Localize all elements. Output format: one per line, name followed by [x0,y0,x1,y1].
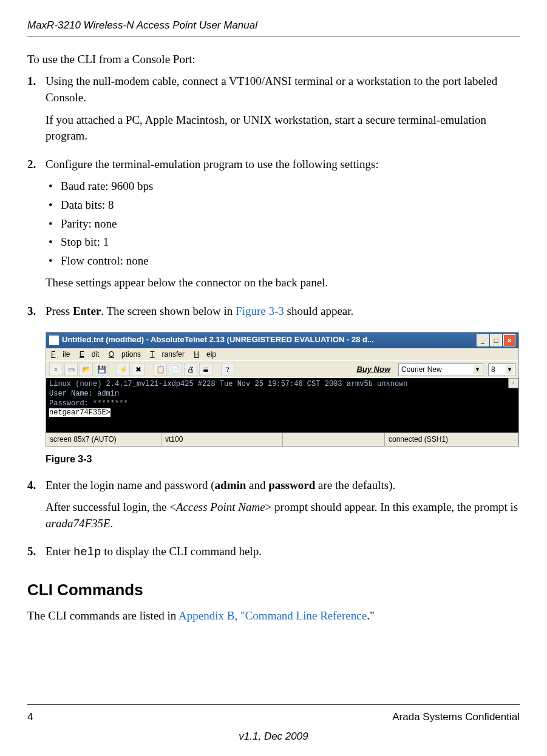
step-2-p2: These settings appear below the connecto… [46,275,520,291]
bullet-text: Parity: none [61,216,117,232]
step-3: 3. Press Enter. The screen shown below i… [27,303,520,326]
step-1-p1: Using the null-modem cable, connect a VT… [46,73,520,106]
step-number: 1. [27,73,46,150]
step-number: 5. [27,544,46,567]
step-2-p1: Configure the terminal-emulation program… [46,157,520,173]
bullet-item: •Flow control: none [46,253,520,269]
cli-commands-heading: CLI Commands [27,579,520,601]
step-number: 4. [27,478,46,538]
intro-text: To use the CLI from a Console Port: [27,52,520,68]
save-icon[interactable]: 💾 [95,363,108,376]
menu-help[interactable]: Help [194,350,216,359]
step-4-p2: After successful login, the <Access Poin… [46,499,520,532]
step-number: 3. [27,303,46,326]
menu-edit[interactable]: Edit [80,350,100,359]
text-fragment: The CLI commands are listed in [27,609,178,622]
menu-file[interactable]: File [51,350,70,359]
page-footer: 4 Arada Systems Confidential v1.1, Dec 2… [27,704,520,744]
bullet-item: •Data bits: 8 [46,197,520,214]
maximize-button[interactable]: □ [490,334,502,346]
step-5-text: Enter help to display the CLI command he… [46,544,520,561]
help-icon[interactable]: ? [221,363,234,376]
copy-icon[interactable]: 📋 [154,363,167,376]
figure-caption: Figure 3-3 [46,453,520,466]
figure-screenshot: Untitled.tnt (modified) - AbsoluteTelnet… [46,332,520,447]
status-bar: screen 85x7 (AUTO) vt100 connected (SSH1… [46,433,518,446]
step-3-text: Press Enter. The screen shown below in F… [46,303,520,320]
appendix-link[interactable]: Appendix B, "Command Line Reference [178,609,367,622]
font-select[interactable]: Courier New▼ [398,363,483,376]
default-password: password [268,479,315,491]
step-4: 4. Enter the login name and password (ad… [27,478,520,538]
status-padding [283,433,385,446]
status-connection: connected (SSH1) [385,433,518,446]
print-icon[interactable]: 🖨 [184,363,197,376]
paste-icon[interactable]: 📄 [169,363,182,376]
bullet-text: Baud rate: 9600 bps [61,178,154,195]
status-screen: screen 85x7 (AUTO) [46,433,161,446]
toolbar: ▫ ▭ 📂 💾 ⚡ ✖ 📋 📄 🖨 ≣ ? Buy Now Courier Ne… [46,360,518,378]
text-fragment: are the defaults). [315,479,395,491]
menu-options[interactable]: Options [109,350,141,359]
window-icon[interactable]: ▭ [64,363,78,376]
text-fragment: to display the CLI command help. [101,545,262,558]
open-icon[interactable]: 📂 [80,363,93,376]
bullet-item: •Baud rate: 9600 bps [46,178,520,195]
running-header: MaxR-3210 Wireless-N Access Point User M… [27,18,520,33]
connect-icon[interactable]: ⚡ [117,363,130,376]
new-icon[interactable]: ▫ [49,363,63,376]
text-fragment: After successful login, the < [46,501,176,513]
terminal-window: Untitled.tnt (modified) - AbsoluteTelnet… [46,332,519,447]
step-number: 2. [27,157,46,297]
scroll-up-icon[interactable]: ▴ [508,378,518,388]
confidential-label: Arada Systems Confidential [392,710,520,724]
text-fragment: . [110,517,114,530]
minimize-button[interactable]: _ [477,334,489,346]
footer-rule [27,704,520,705]
header-rule [27,36,520,36]
text-fragment: ." [367,609,375,622]
figure-link[interactable]: Figure 3-3 [236,305,284,317]
text-fragment: > prompt should appear. In this example,… [265,501,518,513]
access-point-name-var: Access Point Name [176,501,265,513]
bullet-item: •Parity: none [46,216,520,232]
version-label: v1.1, Dec 2009 [27,729,520,744]
terminal-output[interactable]: Linux (none) 2.4.17_mvl21-ixdp425 #228 T… [46,378,518,433]
buy-now-link[interactable]: Buy Now [356,364,390,375]
step-4-p1: Enter the login name and password (admin… [46,478,520,494]
window-titlebar: Untitled.tnt (modified) - AbsoluteTelnet… [46,332,518,348]
text-fragment: Enter the login name and password ( [46,479,215,491]
disconnect-icon[interactable]: ✖ [132,363,145,376]
step-1-p2: If you attached a PC, Apple Macintosh, o… [46,112,520,144]
text-fragment: Enter [46,545,73,558]
menu-transfer[interactable]: Transfer [150,350,185,359]
text-fragment: and [246,479,268,491]
list-icon[interactable]: ≣ [199,363,212,376]
bullet-item: •Stop bit: 1 [46,234,520,251]
enter-key: Enter [73,305,101,317]
text-fragment: Press [46,305,73,317]
status-emulation: vt100 [161,433,283,446]
step-2: 2. Configure the terminal-emulation prog… [27,157,520,297]
text-fragment: . The screen shown below in [101,305,236,317]
default-login: admin [215,479,246,491]
close-button[interactable]: × [503,334,515,346]
chevron-down-icon: ▼ [506,365,514,374]
bullet-text: Stop bit: 1 [61,234,109,251]
app-icon [49,336,59,345]
chevron-down-icon: ▼ [474,365,481,374]
step-1: 1. Using the null-modem cable, connect a… [27,73,520,150]
bullet-text: Flow control: none [61,253,149,269]
text-fragment: should appear. [284,305,354,317]
prompt-example: arada74F35E [46,517,110,530]
size-select[interactable]: 8▼ [488,363,515,376]
step-5: 5. Enter help to display the CLI command… [27,544,520,567]
font-value: Courier New [401,365,442,374]
menu-bar: File Edit Options Transfer Help [46,348,518,361]
bullet-text: Data bits: 8 [61,197,114,214]
window-title: Untitled.tnt (modified) - AbsoluteTelnet… [62,334,477,345]
cli-commands-text: The CLI commands are listed in Appendix … [27,608,520,624]
help-command: help [73,545,101,559]
page-number: 4 [27,710,33,724]
size-value: 8 [491,365,495,374]
